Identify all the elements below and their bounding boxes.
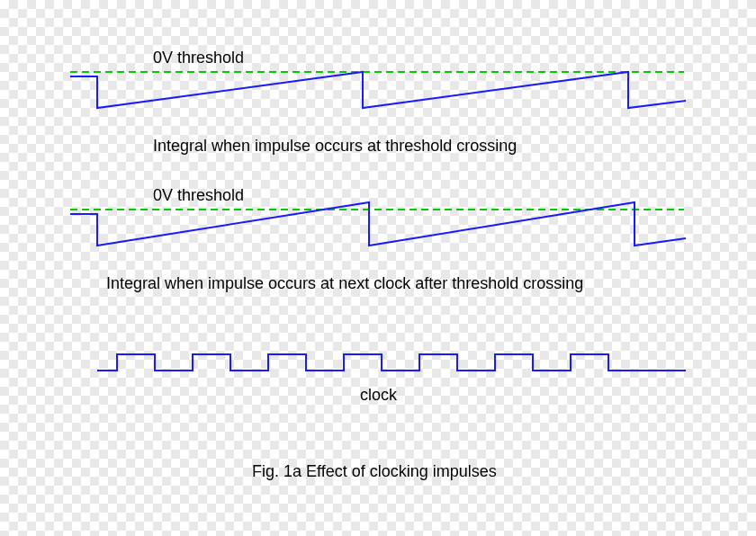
figure-caption: Fig. 1a Effect of clocking impulses: [252, 462, 497, 480]
clock-label: clock: [360, 386, 398, 404]
caption-1: Integral when impulse occurs at threshol…: [153, 137, 517, 155]
caption-2: Integral when impulse occurs at next clo…: [106, 274, 583, 292]
threshold-label-1: 0V threshold: [153, 49, 244, 67]
clock-signal: [97, 354, 686, 371]
threshold-label-2: 0V threshold: [153, 186, 244, 204]
sawtooth-signal-1: [70, 72, 686, 108]
